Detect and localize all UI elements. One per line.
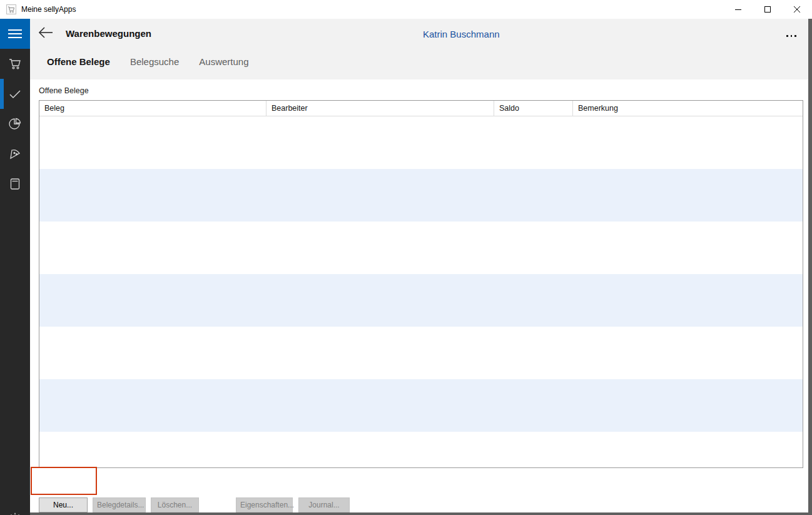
hamburger-menu-button[interactable] bbox=[0, 19, 30, 49]
column-header-bearbeiter[interactable]: Bearbeiter bbox=[266, 101, 494, 116]
table-body-empty bbox=[39, 116, 803, 467]
selection-indicator bbox=[0, 79, 4, 109]
column-header-saldo[interactable]: Saldo bbox=[494, 101, 573, 116]
app-logo-icon bbox=[6, 4, 16, 14]
more-ellipsis-icon bbox=[786, 35, 788, 37]
maximize-button[interactable] bbox=[753, 0, 782, 19]
sidebar bbox=[0, 19, 30, 515]
loeschen-button: Löschen... bbox=[151, 497, 199, 512]
book-icon bbox=[8, 177, 22, 191]
sidebar-item-sales[interactable] bbox=[0, 49, 30, 79]
tab-auswertung[interactable]: Auswertung bbox=[199, 56, 248, 67]
page-title: Warenbewegungen bbox=[66, 28, 151, 39]
neu-button[interactable]: Neu... bbox=[39, 497, 88, 512]
sidebar-nav bbox=[0, 49, 30, 199]
close-button[interactable] bbox=[783, 0, 811, 19]
table-group-label: Offene Belege bbox=[39, 86, 89, 95]
hamburger-menu-icon bbox=[8, 29, 22, 38]
window-edge-bottom bbox=[30, 512, 812, 515]
tab-bar: Offene Belege Belegsuche Auswertung bbox=[47, 56, 249, 67]
gear-icon bbox=[8, 512, 22, 515]
window-edge-right bbox=[808, 19, 812, 515]
column-header-bemerkung[interactable]: Bemerkung bbox=[573, 101, 803, 116]
app-window: Meine sellyApps bbox=[0, 0, 812, 515]
page-header: Warenbewegungen Katrin Buschmann Offene … bbox=[30, 19, 808, 79]
content-area: Offene Belege Beleg Bearbeiter Saldo Bem… bbox=[30, 79, 808, 515]
pie-chart-icon bbox=[8, 117, 22, 131]
window-title: Meine sellyApps bbox=[21, 5, 76, 14]
tab-offene-belege[interactable]: Offene Belege bbox=[47, 56, 110, 67]
eigenschaften-button: Eigenschaften... bbox=[236, 497, 293, 512]
settings-button[interactable] bbox=[0, 504, 30, 515]
sidebar-item-open-documents[interactable] bbox=[0, 79, 30, 109]
belegdetails-button: Belegdetails... bbox=[93, 497, 146, 512]
table-header-row: Beleg Bearbeiter Saldo Bemerkung bbox=[39, 101, 803, 116]
sidebar-item-journal[interactable] bbox=[0, 169, 30, 199]
titlebar: Meine sellyApps bbox=[0, 0, 812, 19]
sidebar-item-reports[interactable] bbox=[0, 109, 30, 139]
check-icon bbox=[8, 87, 22, 101]
column-header-beleg[interactable]: Beleg bbox=[39, 101, 266, 116]
tab-belegsuche[interactable]: Belegsuche bbox=[130, 56, 179, 67]
minimize-button[interactable] bbox=[724, 0, 753, 19]
more-options-button[interactable] bbox=[783, 30, 800, 41]
pizza-slice-icon bbox=[8, 147, 22, 161]
user-name[interactable]: Katrin Buschmann bbox=[423, 29, 500, 39]
open-documents-table: Beleg Bearbeiter Saldo Bemerkung bbox=[39, 100, 803, 468]
journal-button: Journal... bbox=[298, 497, 350, 512]
cart-icon bbox=[8, 57, 22, 71]
back-button[interactable] bbox=[38, 27, 54, 39]
sidebar-item-offers[interactable] bbox=[0, 139, 30, 169]
back-arrow-icon bbox=[38, 27, 53, 38]
